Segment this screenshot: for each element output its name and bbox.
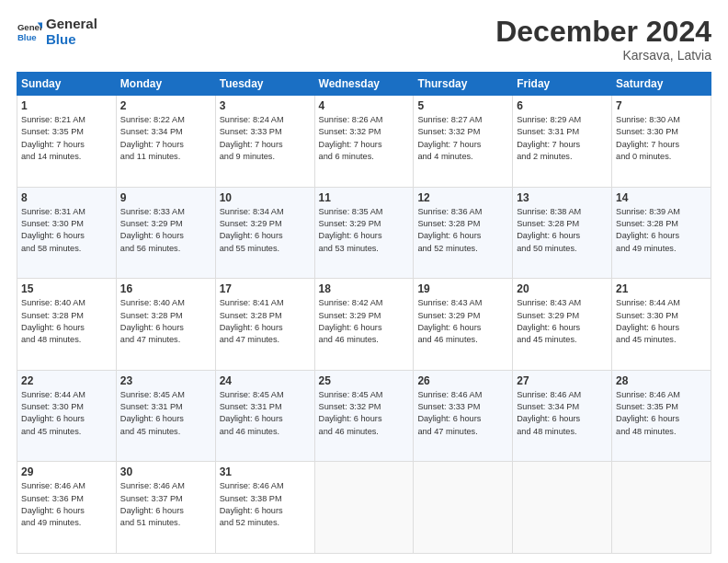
calendar-cell: 3Sunrise: 8:24 AM Sunset: 3:33 PM Daylig… <box>215 96 314 188</box>
day-info: Sunrise: 8:46 AM Sunset: 3:36 PM Dayligh… <box>21 480 112 529</box>
calendar-cell: 7Sunrise: 8:30 AM Sunset: 3:30 PM Daylig… <box>612 96 711 188</box>
col-monday: Monday <box>116 73 215 96</box>
calendar-cell: 27Sunrise: 8:46 AM Sunset: 3:34 PM Dayli… <box>513 370 612 462</box>
day-info: Sunrise: 8:46 AM Sunset: 3:35 PM Dayligh… <box>616 389 707 438</box>
day-number: 8 <box>21 191 112 204</box>
day-info: Sunrise: 8:44 AM Sunset: 3:30 PM Dayligh… <box>21 389 112 438</box>
col-wednesday: Wednesday <box>314 73 414 96</box>
day-number: 23 <box>120 374 211 387</box>
day-info: Sunrise: 8:24 AM Sunset: 3:33 PM Dayligh… <box>220 114 311 163</box>
calendar-cell: 4Sunrise: 8:26 AM Sunset: 3:32 PM Daylig… <box>314 96 414 188</box>
calendar-cell: 28Sunrise: 8:46 AM Sunset: 3:35 PM Dayli… <box>612 370 711 462</box>
calendar-cell: 12Sunrise: 8:36 AM Sunset: 3:28 PM Dayli… <box>414 187 513 279</box>
day-number: 24 <box>220 374 311 387</box>
calendar-cell: 19Sunrise: 8:43 AM Sunset: 3:29 PM Dayli… <box>414 279 513 371</box>
day-info: Sunrise: 8:45 AM Sunset: 3:31 PM Dayligh… <box>120 389 211 438</box>
calendar-cell: 23Sunrise: 8:45 AM Sunset: 3:31 PM Dayli… <box>116 370 215 462</box>
day-info: Sunrise: 8:35 AM Sunset: 3:29 PM Dayligh… <box>319 206 410 255</box>
month-title: December 2024 <box>495 17 711 46</box>
col-friday: Friday <box>513 73 612 96</box>
logo-text: General Blue <box>46 17 97 47</box>
calendar-week-row: 1Sunrise: 8:21 AM Sunset: 3:35 PM Daylig… <box>17 96 711 188</box>
day-number: 13 <box>517 191 608 204</box>
day-number: 16 <box>120 282 211 295</box>
page: General Blue General Blue December 2024 … <box>0 0 728 563</box>
day-number: 9 <box>120 191 211 204</box>
calendar-cell: 10Sunrise: 8:34 AM Sunset: 3:29 PM Dayli… <box>215 187 314 279</box>
day-number: 5 <box>417 99 508 112</box>
logo: General Blue General Blue <box>17 17 97 47</box>
day-info: Sunrise: 8:46 AM Sunset: 3:34 PM Dayligh… <box>517 389 608 438</box>
calendar-cell: 21Sunrise: 8:44 AM Sunset: 3:30 PM Dayli… <box>612 279 711 371</box>
calendar-cell <box>513 462 612 554</box>
day-number: 1 <box>21 99 112 112</box>
day-number: 30 <box>120 465 211 478</box>
day-info: Sunrise: 8:45 AM Sunset: 3:31 PM Dayligh… <box>220 389 311 438</box>
calendar-cell <box>314 462 414 554</box>
day-number: 20 <box>517 282 608 295</box>
col-thursday: Thursday <box>414 73 513 96</box>
day-info: Sunrise: 8:41 AM Sunset: 3:28 PM Dayligh… <box>220 297 311 346</box>
svg-text:Blue: Blue <box>17 31 37 41</box>
day-number: 14 <box>616 191 707 204</box>
day-number: 26 <box>417 374 508 387</box>
location: Karsava, Latvia <box>495 48 711 63</box>
day-info: Sunrise: 8:29 AM Sunset: 3:31 PM Dayligh… <box>517 114 608 163</box>
day-number: 6 <box>517 99 608 112</box>
day-info: Sunrise: 8:34 AM Sunset: 3:29 PM Dayligh… <box>220 206 311 255</box>
day-number: 29 <box>21 465 112 478</box>
calendar-header-row: Sunday Monday Tuesday Wednesday Thursday… <box>17 73 711 96</box>
day-number: 11 <box>319 191 410 204</box>
calendar-week-row: 8Sunrise: 8:31 AM Sunset: 3:30 PM Daylig… <box>17 187 711 279</box>
col-sunday: Sunday <box>17 73 117 96</box>
day-info: Sunrise: 8:22 AM Sunset: 3:34 PM Dayligh… <box>120 114 211 163</box>
day-number: 19 <box>417 282 508 295</box>
day-number: 31 <box>220 465 311 478</box>
day-info: Sunrise: 8:44 AM Sunset: 3:30 PM Dayligh… <box>616 297 707 346</box>
calendar-cell: 2Sunrise: 8:22 AM Sunset: 3:34 PM Daylig… <box>116 96 215 188</box>
day-number: 7 <box>616 99 707 112</box>
calendar-cell: 8Sunrise: 8:31 AM Sunset: 3:30 PM Daylig… <box>17 187 117 279</box>
day-info: Sunrise: 8:38 AM Sunset: 3:28 PM Dayligh… <box>517 206 608 255</box>
day-info: Sunrise: 8:46 AM Sunset: 3:37 PM Dayligh… <box>120 480 211 529</box>
day-info: Sunrise: 8:31 AM Sunset: 3:30 PM Dayligh… <box>21 206 112 255</box>
calendar-cell: 14Sunrise: 8:39 AM Sunset: 3:28 PM Dayli… <box>612 187 711 279</box>
day-number: 28 <box>616 374 707 387</box>
calendar-cell: 29Sunrise: 8:46 AM Sunset: 3:36 PM Dayli… <box>17 462 117 554</box>
calendar-table: Sunday Monday Tuesday Wednesday Thursday… <box>17 72 711 554</box>
day-info: Sunrise: 8:40 AM Sunset: 3:28 PM Dayligh… <box>21 297 112 346</box>
calendar-cell: 18Sunrise: 8:42 AM Sunset: 3:29 PM Dayli… <box>314 279 414 371</box>
day-info: Sunrise: 8:46 AM Sunset: 3:33 PM Dayligh… <box>417 389 508 438</box>
logo-icon: General Blue <box>17 19 42 45</box>
day-number: 12 <box>417 191 508 204</box>
header: General Blue General Blue December 2024 … <box>17 17 711 63</box>
calendar-cell: 30Sunrise: 8:46 AM Sunset: 3:37 PM Dayli… <box>116 462 215 554</box>
calendar-cell: 16Sunrise: 8:40 AM Sunset: 3:28 PM Dayli… <box>116 279 215 371</box>
calendar-cell: 25Sunrise: 8:45 AM Sunset: 3:32 PM Dayli… <box>314 370 414 462</box>
col-tuesday: Tuesday <box>215 73 314 96</box>
calendar-cell: 9Sunrise: 8:33 AM Sunset: 3:29 PM Daylig… <box>116 187 215 279</box>
day-info: Sunrise: 8:33 AM Sunset: 3:29 PM Dayligh… <box>120 206 211 255</box>
calendar-week-row: 15Sunrise: 8:40 AM Sunset: 3:28 PM Dayli… <box>17 279 711 371</box>
day-info: Sunrise: 8:43 AM Sunset: 3:29 PM Dayligh… <box>517 297 608 346</box>
calendar-week-row: 22Sunrise: 8:44 AM Sunset: 3:30 PM Dayli… <box>17 370 711 462</box>
day-number: 4 <box>319 99 410 112</box>
calendar-cell: 11Sunrise: 8:35 AM Sunset: 3:29 PM Dayli… <box>314 187 414 279</box>
calendar-cell: 24Sunrise: 8:45 AM Sunset: 3:31 PM Dayli… <box>215 370 314 462</box>
day-number: 21 <box>616 282 707 295</box>
calendar-week-row: 29Sunrise: 8:46 AM Sunset: 3:36 PM Dayli… <box>17 462 711 554</box>
day-info: Sunrise: 8:27 AM Sunset: 3:32 PM Dayligh… <box>417 114 508 163</box>
day-number: 15 <box>21 282 112 295</box>
day-info: Sunrise: 8:45 AM Sunset: 3:32 PM Dayligh… <box>319 389 410 438</box>
day-info: Sunrise: 8:42 AM Sunset: 3:29 PM Dayligh… <box>319 297 410 346</box>
day-number: 10 <box>220 191 311 204</box>
day-number: 27 <box>517 374 608 387</box>
calendar-cell: 20Sunrise: 8:43 AM Sunset: 3:29 PM Dayli… <box>513 279 612 371</box>
day-number: 18 <box>319 282 410 295</box>
day-info: Sunrise: 8:40 AM Sunset: 3:28 PM Dayligh… <box>120 297 211 346</box>
calendar-cell: 31Sunrise: 8:46 AM Sunset: 3:38 PM Dayli… <box>215 462 314 554</box>
day-number: 2 <box>120 99 211 112</box>
calendar-cell: 5Sunrise: 8:27 AM Sunset: 3:32 PM Daylig… <box>414 96 513 188</box>
calendar-cell: 17Sunrise: 8:41 AM Sunset: 3:28 PM Dayli… <box>215 279 314 371</box>
title-area: December 2024 Karsava, Latvia <box>495 17 711 63</box>
